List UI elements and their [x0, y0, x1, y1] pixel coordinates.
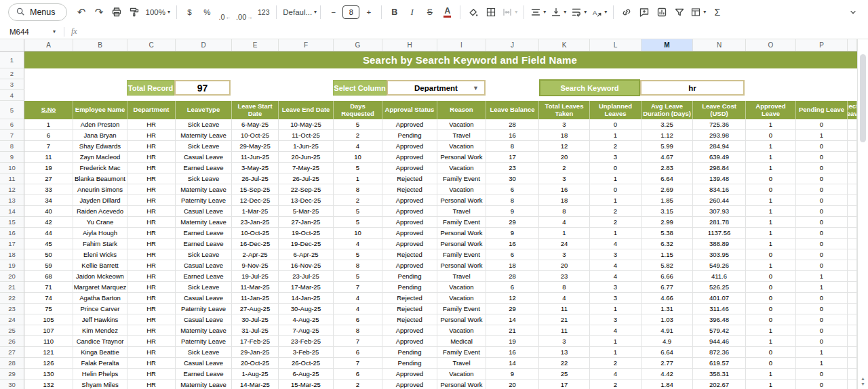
table-cell[interactable]: 3.15 [642, 206, 693, 217]
table-cell[interactable] [848, 260, 857, 271]
table-cell[interactable]: Approved [382, 239, 437, 249]
table-cell[interactable]: 7-May-25 [279, 163, 334, 173]
table-cell[interactable]: Family Event [437, 217, 486, 228]
table-cell[interactable]: 10-Oct-25 [232, 130, 279, 141]
print-button[interactable] [108, 3, 125, 21]
table-cell[interactable]: 6.32 [642, 239, 693, 249]
table-cell[interactable]: 284.94 [693, 141, 746, 152]
table-header-cell[interactable]: Unplanned Leaves [590, 101, 642, 119]
table-cell[interactable]: 1137.56 [693, 228, 746, 239]
table-cell[interactable]: 358.31 [693, 369, 746, 380]
table-cell[interactable]: 2 [590, 206, 642, 217]
table-cell[interactable]: 2 [590, 217, 642, 228]
table-cell[interactable]: 0 [796, 228, 848, 239]
table-cell[interactable]: Family Event [437, 304, 486, 314]
table-cell[interactable]: 4.91 [642, 325, 693, 336]
table-header-cell[interactable]: Pending Leave [796, 101, 848, 119]
table-cell[interactable]: Paternity Leave [176, 304, 232, 314]
table-cell[interactable]: 6 [334, 314, 382, 325]
table-cell[interactable]: 18 [539, 195, 590, 206]
column-header-a[interactable]: A [24, 39, 73, 51]
table-cell[interactable]: 0 [796, 217, 848, 228]
column-header-i[interactable]: I [437, 39, 486, 51]
table-cell[interactable]: 107 [24, 325, 73, 336]
table-cell[interactable]: 5-Mar-25 [279, 206, 334, 217]
table-cell[interactable]: HR [127, 163, 176, 173]
table-cell[interactable]: 2 [590, 358, 642, 369]
table-cell[interactable]: Approved [382, 260, 437, 271]
table-cell[interactable]: 6 [486, 249, 539, 260]
table-cell[interactable]: 1 [746, 163, 796, 173]
row-header-11[interactable]: 11 [0, 173, 24, 184]
table-cell[interactable]: Rejected [382, 293, 437, 304]
table-cell[interactable]: 23-Jul-25 [279, 271, 334, 282]
table-cell[interactable]: Approved [382, 206, 437, 217]
table-cell[interactable]: 5 [334, 249, 382, 260]
search-keyword-input[interactable]: hr [640, 80, 745, 96]
table-cell[interactable]: 40 [24, 206, 73, 217]
table-cell[interactable]: 1 [746, 369, 796, 380]
row-header-30[interactable]: 30 [0, 380, 24, 389]
table-cell[interactable]: 17 [486, 152, 539, 163]
table-header-cell[interactable]: LeaveType [176, 101, 232, 119]
increase-font-size-button[interactable]: + [360, 3, 377, 21]
table-cell[interactable]: Jayden Dillard [73, 195, 127, 206]
table-cell[interactable]: 1 [796, 130, 848, 141]
table-cell[interactable]: Earned Leave [176, 228, 232, 239]
column-header-d[interactable]: D [176, 39, 232, 51]
table-cell[interactable]: 1 [746, 152, 796, 163]
row-header-28[interactable]: 28 [0, 358, 24, 369]
table-cell[interactable]: 6.66 [642, 271, 693, 282]
table-cell[interactable]: 26-Jul-25 [232, 173, 279, 184]
table-cell[interactable]: 0 [746, 130, 796, 141]
table-cell[interactable]: Jeff Hawkins [73, 314, 127, 325]
table-header-cell[interactable]: Leave Balance [486, 101, 539, 119]
table-cell[interactable]: 0 [590, 119, 642, 130]
italic-button[interactable]: I [403, 3, 420, 21]
table-cell[interactable]: 0 [796, 163, 848, 173]
table-cell[interactable]: Sick Leave [176, 249, 232, 260]
table-header-cell[interactable]: Days Requested [334, 101, 382, 119]
table-cell[interactable]: HR [127, 260, 176, 271]
table-header-cell[interactable]: Rejected Leave [848, 101, 857, 119]
table-cell[interactable] [848, 249, 857, 260]
functions-button[interactable]: Σ [709, 3, 726, 21]
increase-decimal-button[interactable]: .00→ [234, 3, 254, 21]
table-cell[interactable]: Medical [437, 336, 486, 347]
table-cell[interactable]: 26-Oct-25 [279, 358, 334, 369]
table-cell[interactable]: 2 [590, 380, 642, 389]
insert-comment-button[interactable] [635, 3, 652, 21]
table-cell[interactable]: 20-Oct-25 [232, 358, 279, 369]
table-cell[interactable]: 1 [746, 217, 796, 228]
table-cell[interactable]: 22 [539, 358, 590, 369]
table-cell[interactable]: 1.31 [642, 304, 693, 314]
table-cell[interactable]: 549.26 [693, 260, 746, 271]
row-header-20[interactable]: 20 [0, 271, 24, 282]
row-header-24[interactable]: 24 [0, 314, 24, 325]
table-cell[interactable]: 4.9 [642, 336, 693, 347]
table-cell[interactable] [848, 173, 857, 184]
column-header-partial[interactable] [848, 39, 857, 51]
paint-format-button[interactable] [126, 3, 143, 21]
table-cell[interactable]: 5.82 [642, 260, 693, 271]
table-cell[interactable]: 10-May-25 [279, 119, 334, 130]
table-cell[interactable]: Maternity Leave [176, 380, 232, 389]
table-cell[interactable]: 3 [590, 282, 642, 293]
table-cell[interactable]: 1 [590, 336, 642, 347]
table-cell[interactable]: 1 [746, 336, 796, 347]
table-cell[interactable]: Rejected [382, 184, 437, 195]
row-header-21[interactable]: 21 [0, 282, 24, 293]
table-cell[interactable]: Kinga Beattie [73, 347, 127, 358]
table-cell[interactable]: 10-Oct-25 [232, 228, 279, 239]
table-cell[interactable]: Maternity Leave [176, 325, 232, 336]
table-cell[interactable]: HR [127, 336, 176, 347]
table-header-cell[interactable]: Total Leaves Taken [539, 101, 590, 119]
column-header-j[interactable]: J [486, 39, 539, 51]
table-cell[interactable]: Family Event [437, 173, 486, 184]
table-cell[interactable]: HR [127, 358, 176, 369]
table-cell[interactable]: 2 [334, 380, 382, 389]
table-cell[interactable]: 20 [539, 260, 590, 271]
table-header-cell[interactable]: S.No [24, 101, 73, 119]
table-cell[interactable]: 4.42 [642, 369, 693, 380]
table-cell[interactable]: Fahim Stark [73, 239, 127, 249]
